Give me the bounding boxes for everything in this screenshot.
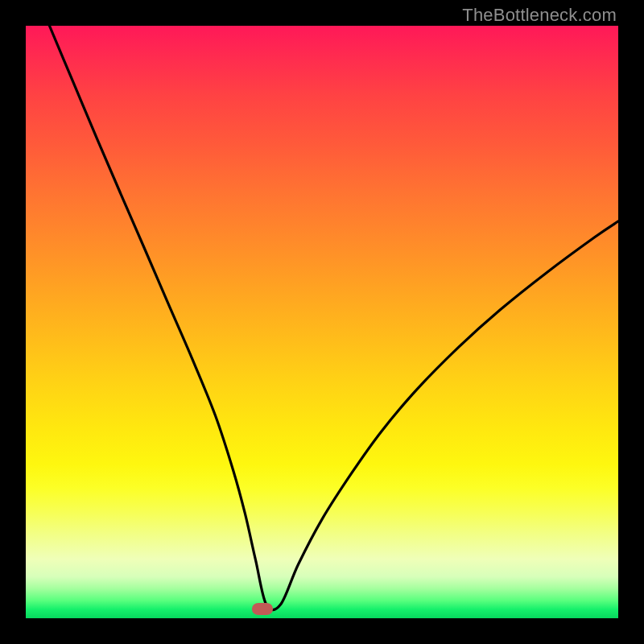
watermark-text: TheBottleneck.com <box>462 5 617 26</box>
optimum-marker <box>252 603 273 615</box>
chart-frame: TheBottleneck.com <box>0 0 644 644</box>
plot-area <box>26 26 618 618</box>
bottleneck-curve <box>26 26 618 618</box>
